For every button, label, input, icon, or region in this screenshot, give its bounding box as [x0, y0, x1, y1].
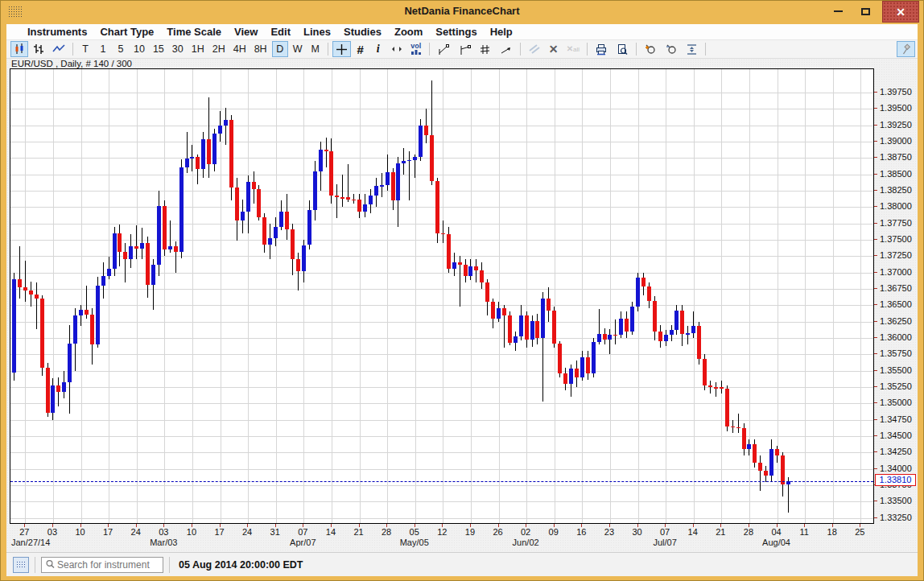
timeframe-1h-button[interactable]: 1H — [188, 41, 208, 57]
period-weekly-button[interactable]: W — [290, 41, 306, 57]
timeframe-8h-button[interactable]: 8H — [251, 41, 270, 57]
candle-body — [46, 368, 50, 413]
crosshair-button[interactable] — [332, 41, 351, 57]
parallel-lines-tool-button[interactable] — [525, 41, 544, 57]
arrow-line-tool-button[interactable] — [497, 41, 516, 57]
delete-selected-button[interactable]: ✕ — [546, 41, 562, 57]
zoom-out-button[interactable] — [662, 41, 681, 57]
menu-settings[interactable]: Settings — [429, 26, 483, 38]
timeframe-4h-button[interactable]: 4H — [230, 41, 250, 57]
price-axis-tick — [874, 255, 877, 256]
menu-help[interactable]: Help — [484, 26, 519, 38]
candle-body — [174, 246, 178, 252]
candle-body — [391, 172, 395, 200]
info-button[interactable]: i — [370, 41, 386, 57]
candle-body — [352, 200, 356, 201]
instrument-list-button[interactable] — [13, 557, 29, 573]
candle-body — [508, 315, 512, 343]
gridline-horizontal — [10, 158, 873, 159]
chart-type-bars-button[interactable] — [30, 41, 47, 57]
menu-lines[interactable]: Lines — [297, 26, 337, 38]
menu-view[interactable]: View — [228, 26, 264, 38]
price-axis[interactable]: 1.397501.395001.392501.390001.387501.385… — [874, 68, 918, 524]
price-axis-label: 1.36000 — [880, 332, 912, 342]
candle-wick — [58, 377, 59, 407]
print-button[interactable] — [592, 41, 611, 57]
candle-body — [441, 233, 445, 235]
candle-body — [497, 308, 501, 318]
delete-all-button[interactable]: ✕all — [563, 41, 583, 57]
candle-body — [118, 233, 122, 252]
price-axis-label: 1.34000 — [880, 464, 912, 473]
maximize-button[interactable] — [853, 0, 877, 23]
price-axis-tick — [874, 157, 877, 158]
gridline-horizontal — [10, 485, 873, 486]
time-axis-month-label: Jul/07 — [641, 538, 689, 547]
candle-body — [291, 229, 295, 259]
timeframe-30-button[interactable]: 30 — [169, 41, 187, 57]
menu-time-scale[interactable]: Time Scale — [160, 26, 228, 38]
time-axis-month-label: Aug/04 — [753, 538, 801, 547]
instrument-label: EUR/USD , Daily, # 140 / 300 — [11, 59, 132, 68]
search-input[interactable] — [56, 558, 159, 571]
candle-body — [29, 290, 33, 295]
menu-instruments[interactable]: Instruments — [21, 26, 93, 38]
print-preview-button[interactable] — [613, 41, 632, 57]
price-axis-label: 1.38000 — [880, 201, 912, 211]
grid-dots-icon — [16, 561, 26, 569]
pin-toolbar-button[interactable] — [897, 41, 915, 57]
candle-wick — [336, 184, 337, 218]
chart-type-line-button[interactable] — [49, 41, 68, 57]
time-axis-day-label: 24 — [126, 527, 146, 537]
menu-chart-type[interactable]: Chart Type — [93, 26, 160, 38]
gridline-horizontal — [10, 289, 873, 290]
close-button[interactable]: ✕ — [882, 1, 919, 23]
statusbar-separator — [35, 557, 35, 573]
price-axis-label: 1.37750 — [880, 218, 912, 228]
trendline-ray-icon — [458, 43, 471, 56]
candle-body — [468, 266, 472, 276]
gridline-horizontal — [10, 109, 873, 109]
gridline-vertical — [248, 69, 249, 523]
price-axis-tick — [874, 435, 877, 436]
chart-type-candlestick-button[interactable] — [10, 41, 28, 57]
delete-icon: ✕ — [549, 43, 559, 55]
candle-body — [157, 206, 161, 265]
zoom-in-button[interactable] — [641, 41, 660, 57]
timeframe-15-button[interactable]: 15 — [150, 41, 167, 57]
app-window: NetDania FinanceChart ✕ Instruments Char… — [0, 0, 924, 581]
candle-wick — [615, 319, 616, 344]
fit-vertical-button[interactable] — [683, 41, 701, 57]
period-monthly-button[interactable]: M — [307, 41, 324, 57]
gridline-horizontal — [10, 420, 873, 421]
time-axis-day-label: 11 — [794, 527, 814, 537]
menu-zoom[interactable]: Zoom — [388, 26, 429, 38]
trendline-ray-tool-button[interactable] — [455, 41, 474, 57]
candle-wick — [298, 253, 299, 290]
search-box[interactable] — [41, 557, 163, 573]
volume-button[interactable]: vol — [407, 41, 425, 57]
time-axis[interactable]: 2703101724031017243107142128051219260209… — [10, 524, 874, 551]
menu-studies[interactable]: Studies — [337, 26, 388, 38]
candle-wick — [36, 282, 37, 329]
timeframe-10-button[interactable]: 10 — [130, 41, 148, 57]
price-axis-label: 1.39750 — [880, 87, 912, 97]
grid-toggle-button[interactable]: # — [353, 41, 369, 57]
grid-icon: # — [357, 43, 363, 56]
price-axis-tick — [874, 206, 877, 207]
timeframe-1-button[interactable]: 1 — [95, 41, 111, 57]
timeframe-2h-button[interactable]: 2H — [209, 41, 229, 57]
candle-body — [630, 307, 634, 332]
time-axis-day-label: 07 — [655, 527, 674, 537]
trendline-tool-button[interactable] — [434, 41, 453, 57]
timeframe-tick-button[interactable]: T — [77, 41, 93, 57]
minimize-button[interactable] — [826, 0, 850, 23]
candle-body — [714, 387, 718, 389]
menu-edit[interactable]: Edit — [264, 26, 297, 38]
gridline-vertical — [332, 69, 332, 523]
timeframe-5-button[interactable]: 5 — [113, 41, 129, 57]
expand-horizontal-button[interactable] — [388, 41, 406, 57]
chart-plot-area[interactable] — [10, 68, 874, 524]
channel-tool-button[interactable] — [476, 41, 495, 57]
period-daily-button[interactable]: D — [272, 41, 288, 57]
